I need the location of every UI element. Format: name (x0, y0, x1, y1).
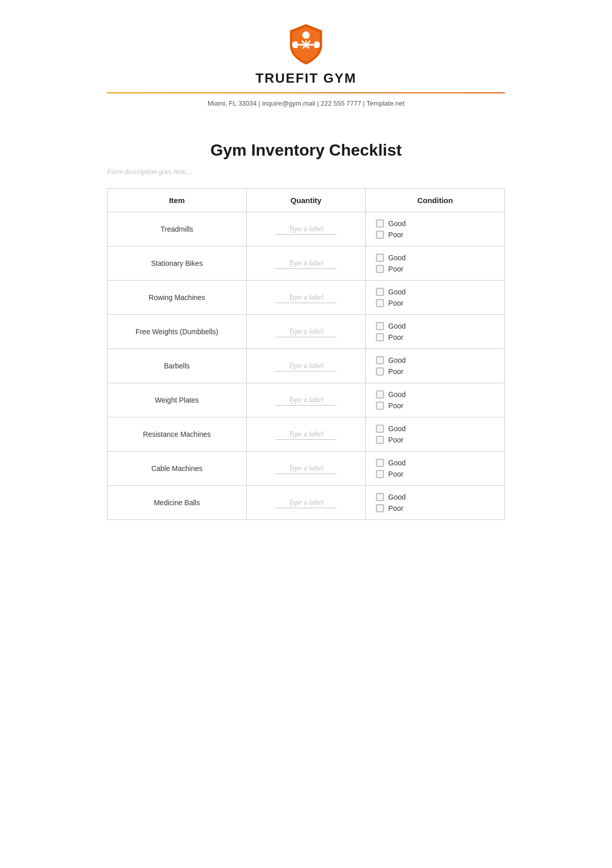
table-row: Resistance MachinesGoodPoor (108, 417, 505, 452)
condition-option-good[interactable]: Good (376, 493, 494, 501)
contact-info: Miami, FL 33034 | inquire@gym.mail | 222… (107, 100, 505, 107)
table-row: Rowing MachinesGoodPoor (108, 281, 505, 315)
quantity-cell (246, 417, 366, 452)
checkbox-poor[interactable] (376, 470, 384, 478)
quantity-input[interactable] (275, 327, 337, 337)
condition-option-good[interactable]: Good (376, 322, 494, 330)
condition-options: GoodPoor (376, 322, 494, 341)
condition-option-poor[interactable]: Poor (376, 299, 494, 307)
condition-options: GoodPoor (376, 459, 494, 478)
condition-label: Poor (388, 504, 403, 512)
checkbox-poor[interactable] (376, 231, 384, 239)
quantity-cell (246, 349, 366, 383)
svg-point-5 (302, 32, 310, 39)
item-name: Cable Machines (108, 452, 247, 486)
checklist-table: Item Quantity Condition TreadmillsGoodPo… (107, 188, 505, 520)
quantity-input[interactable] (275, 429, 337, 440)
column-header-quantity: Quantity (246, 189, 366, 212)
condition-options: GoodPoor (376, 288, 494, 307)
condition-option-poor[interactable]: Poor (376, 367, 494, 376)
quantity-cell (246, 452, 366, 486)
page-title: Gym Inventory Checklist (107, 141, 505, 160)
condition-options: GoodPoor (376, 356, 494, 376)
quantity-cell (246, 281, 366, 315)
condition-option-good[interactable]: Good (376, 254, 494, 262)
quantity-cell (246, 486, 366, 520)
header: TRUEFIT GYM Miami, FL 33034 | inquire@gy… (107, 20, 505, 115)
table-row: Stationary BikesGoodPoor (108, 246, 505, 281)
table-row: Medicine BallsGoodPoor (108, 486, 505, 520)
condition-cell: GoodPoor (366, 417, 505, 452)
condition-option-good[interactable]: Good (376, 288, 494, 296)
quantity-input[interactable] (275, 292, 337, 303)
checkbox-good[interactable] (376, 322, 384, 330)
quantity-cell (246, 315, 366, 349)
svg-rect-3 (317, 42, 320, 47)
table-row: TreadmillsGoodPoor (108, 212, 505, 246)
condition-option-good[interactable]: Good (376, 425, 494, 433)
checkbox-good[interactable] (376, 288, 384, 296)
condition-label: Poor (388, 299, 403, 307)
checkbox-good[interactable] (376, 425, 384, 433)
condition-label: Poor (388, 436, 403, 444)
checkbox-good[interactable] (376, 254, 384, 262)
condition-option-good[interactable]: Good (376, 390, 494, 399)
quantity-input[interactable] (275, 224, 337, 235)
checkbox-poor[interactable] (376, 402, 384, 410)
gym-name: TRUEFIT GYM (256, 70, 356, 86)
condition-cell: GoodPoor (366, 212, 505, 246)
item-name: Rowing Machines (108, 281, 247, 315)
checkbox-poor[interactable] (376, 436, 384, 444)
condition-label: Poor (388, 367, 403, 376)
condition-option-poor[interactable]: Poor (376, 436, 494, 444)
condition-options: GoodPoor (376, 425, 494, 444)
table-row: Weight PlatesGoodPoor (108, 383, 505, 417)
checkbox-poor[interactable] (376, 299, 384, 307)
condition-option-poor[interactable]: Poor (376, 470, 494, 478)
item-name: Barbells (108, 349, 247, 383)
condition-label: Good (388, 356, 405, 364)
checkbox-good[interactable] (376, 219, 384, 228)
quantity-cell (246, 246, 366, 281)
checkbox-poor[interactable] (376, 333, 384, 341)
condition-option-poor[interactable]: Poor (376, 231, 494, 239)
quantity-input[interactable] (275, 498, 337, 508)
checkbox-good[interactable] (376, 493, 384, 501)
quantity-input[interactable] (275, 463, 337, 474)
condition-label: Poor (388, 470, 403, 478)
quantity-input[interactable] (275, 395, 337, 406)
item-name: Resistance Machines (108, 417, 247, 452)
item-name: Treadmills (108, 212, 247, 246)
quantity-input[interactable] (275, 258, 337, 269)
condition-options: GoodPoor (376, 219, 494, 239)
condition-cell: GoodPoor (366, 486, 505, 520)
table-row: Cable MachinesGoodPoor (108, 452, 505, 486)
checkbox-good[interactable] (376, 356, 384, 364)
checkbox-poor[interactable] (376, 265, 384, 273)
column-header-item: Item (108, 189, 247, 212)
condition-label: Good (388, 219, 405, 228)
checkbox-good[interactable] (376, 390, 384, 399)
condition-option-good[interactable]: Good (376, 459, 494, 467)
condition-label: Good (388, 493, 405, 501)
condition-option-poor[interactable]: Poor (376, 333, 494, 341)
table-row: Free Weights (Dumbbells)GoodPoor (108, 315, 505, 349)
logo-icon (283, 20, 329, 66)
checkbox-good[interactable] (376, 459, 384, 467)
condition-label: Good (388, 288, 405, 296)
condition-option-good[interactable]: Good (376, 356, 494, 364)
quantity-input[interactable] (275, 361, 337, 371)
checkbox-poor[interactable] (376, 367, 384, 376)
condition-option-poor[interactable]: Poor (376, 265, 494, 273)
checkbox-poor[interactable] (376, 504, 384, 512)
condition-cell: GoodPoor (366, 246, 505, 281)
condition-option-poor[interactable]: Poor (376, 504, 494, 512)
condition-cell: GoodPoor (366, 281, 505, 315)
condition-option-good[interactable]: Good (376, 219, 494, 228)
logo-container: TRUEFIT GYM (107, 20, 505, 86)
condition-option-poor[interactable]: Poor (376, 402, 494, 410)
condition-cell: GoodPoor (366, 315, 505, 349)
condition-options: GoodPoor (376, 390, 494, 410)
table-row: BarbellsGoodPoor (108, 349, 505, 383)
condition-label: Good (388, 425, 405, 433)
